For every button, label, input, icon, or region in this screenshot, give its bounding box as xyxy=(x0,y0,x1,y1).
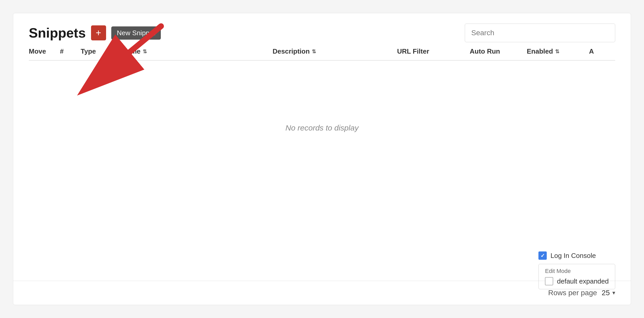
rows-per-page-select[interactable]: 25 ▾ xyxy=(602,289,615,297)
sort-icon-name: ⇅ xyxy=(143,48,147,55)
col-header-enabled[interactable]: Enabled ⇅ xyxy=(527,47,589,55)
col-header-auto-run: Auto Run xyxy=(470,47,527,55)
default-expanded-checkbox[interactable] xyxy=(545,277,553,285)
page-title: Snippets xyxy=(29,25,86,41)
col-header-hash: # xyxy=(60,47,81,55)
col-header-name[interactable]: Name ⇅ xyxy=(122,47,273,55)
table-container: Move # Type Name ⇅ Description ⇅ URL Fil… xyxy=(13,47,631,195)
col-header-a: A xyxy=(589,47,615,55)
default-expanded-row: default expanded xyxy=(545,277,609,285)
chevron-down-icon: ▾ xyxy=(612,290,615,296)
col-header-type: Type xyxy=(81,47,122,55)
new-snippet-tooltip: New Snippet xyxy=(111,26,161,40)
main-container: Snippets + New Snippet xyxy=(13,13,631,305)
col-header-url-filter: URL Filter xyxy=(397,47,470,55)
edit-mode-section: Edit Mode default expanded xyxy=(538,264,615,289)
sort-icon-description: ⇅ xyxy=(312,48,316,55)
search-input[interactable] xyxy=(465,24,615,42)
footer: Rows per page 25 ▾ xyxy=(13,281,631,305)
col-header-move: Move xyxy=(29,47,60,55)
search-wrapper xyxy=(465,24,615,42)
plus-icon: + xyxy=(96,28,101,38)
table-header: Move # Type Name ⇅ Description ⇅ URL Fil… xyxy=(29,47,615,61)
empty-state-message: No records to display xyxy=(29,61,615,195)
log-in-console-row: Log In Console xyxy=(538,251,615,260)
edit-mode-title: Edit Mode xyxy=(545,268,609,274)
default-expanded-label: default expanded xyxy=(557,277,609,285)
header-left: Snippets + New Snippet xyxy=(29,25,161,41)
rows-per-page-label: Rows per page xyxy=(548,289,597,297)
add-snippet-button[interactable]: + xyxy=(91,25,106,40)
header: Snippets + New Snippet xyxy=(13,13,631,47)
log-in-console-checkbox[interactable] xyxy=(538,251,547,260)
col-header-description[interactable]: Description ⇅ xyxy=(273,47,397,55)
rows-per-page-value: 25 xyxy=(602,289,610,297)
rows-per-page-container: Rows per page 25 ▾ xyxy=(548,289,615,297)
log-in-console-label: Log In Console xyxy=(550,252,596,260)
sort-icon-enabled: ⇅ xyxy=(555,48,559,55)
log-in-console-area: Log In Console Edit Mode default expande… xyxy=(538,251,615,289)
